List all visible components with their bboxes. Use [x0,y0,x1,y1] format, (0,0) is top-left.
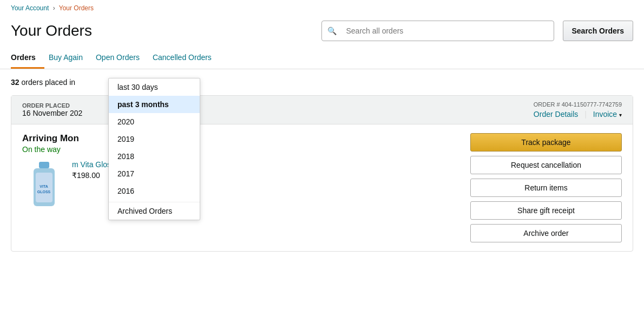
tab-buy-again[interactable]: Buy Again [49,48,91,69]
search-icon: 🔍 [322,27,342,35]
svg-rect-0 [39,162,49,168]
page-header: Your Orders 🔍 Search Orders [0,16,644,48]
order-placed-meta: ORDER PLACED 16 November 202 [22,102,82,117]
archive-order-button[interactable]: Archive order [470,224,622,242]
time-filter-dropdown: last 30 days past 3 months 2020 2019 201… [108,78,200,220]
invoice-chevron-icon: ▾ [619,112,622,118]
filter-past-3-months[interactable]: past 3 months [109,96,200,113]
filter-2020[interactable]: 2020 [109,113,200,130]
order-card-body: Arriving Mon On the way VITA GLOSS [11,124,633,251]
invoice-link[interactable]: Invoice [593,110,617,119]
product-row: VITA GLOSS m Vita Gloss, 100ml ₹198.00 [22,160,462,214]
link-separator: | [584,110,587,119]
search-input[interactable] [342,27,554,35]
order-details-link[interactable]: Order Details [534,110,578,119]
product-image: VITA GLOSS [22,160,65,214]
order-filter-row: 32 orders placed in last 30 days past 3 … [11,78,633,87]
order-placed-label: ORDER PLACED [22,102,82,109]
order-card: ORDER PLACED 16 November 202 ORDER # 404… [11,95,633,252]
order-count-text: 32 orders placed in [11,78,75,87]
tab-open-orders[interactable]: Open Orders [96,48,148,69]
request-cancellation-button[interactable]: Request cancellation [470,156,622,174]
share-gift-receipt-button[interactable]: Share gift receipt [470,201,622,220]
order-card-header: ORDER PLACED 16 November 202 ORDER # 404… [11,96,633,124]
order-actions: Track package Request cancellation Retur… [470,133,622,242]
order-count-number: 32 [11,78,19,87]
filter-last-30[interactable]: last 30 days [109,78,200,96]
filter-2019[interactable]: 2019 [109,130,200,148]
product-bottle-svg: VITA GLOSS [29,162,59,213]
track-package-button[interactable]: Track package [470,133,622,152]
tab-orders[interactable]: Orders [11,48,44,69]
search-orders-button[interactable]: Search Orders [563,21,634,41]
filter-archived-orders[interactable]: Archived Orders [109,202,200,220]
order-number-value: 404-1150777-7742759 [562,101,622,108]
breadcrumb-current: Your Orders [59,4,94,12]
order-links: Order Details | Invoice ▾ [534,110,622,119]
filter-2018[interactable]: 2018 [109,148,200,165]
tabs-bar: Orders Buy Again Open Orders Cancelled O… [0,48,644,69]
order-number-label: ORDER # 404-1150777-7742759 [534,101,622,108]
order-product-section: Arriving Mon On the way VITA GLOSS [22,133,462,242]
breadcrumb-parent-link[interactable]: Your Account [11,4,49,12]
on-the-way-status: On the way [22,145,462,154]
filter-2016[interactable]: 2016 [109,182,200,200]
return-items-button[interactable]: Return items [470,179,622,197]
arriving-label: Arriving Mon [22,133,462,144]
main-content: 32 orders placed in last 30 days past 3 … [0,69,644,260]
order-number-section: ORDER # 404-1150777-7742759 Order Detail… [534,101,622,119]
svg-text:VITA: VITA [40,185,48,188]
search-bar: 🔍 [321,21,554,41]
tab-cancelled-orders[interactable]: Cancelled Orders [153,48,220,69]
order-meta: ORDER PLACED 16 November 202 [22,102,534,117]
page-title: Your Orders [11,22,313,40]
svg-text:GLOSS: GLOSS [37,190,50,194]
breadcrumb-separator: › [53,4,55,12]
filter-2017[interactable]: 2017 [109,165,200,182]
breadcrumb: Your Account › Your Orders [0,0,644,16]
order-placed-date: 16 November 202 [22,109,82,117]
